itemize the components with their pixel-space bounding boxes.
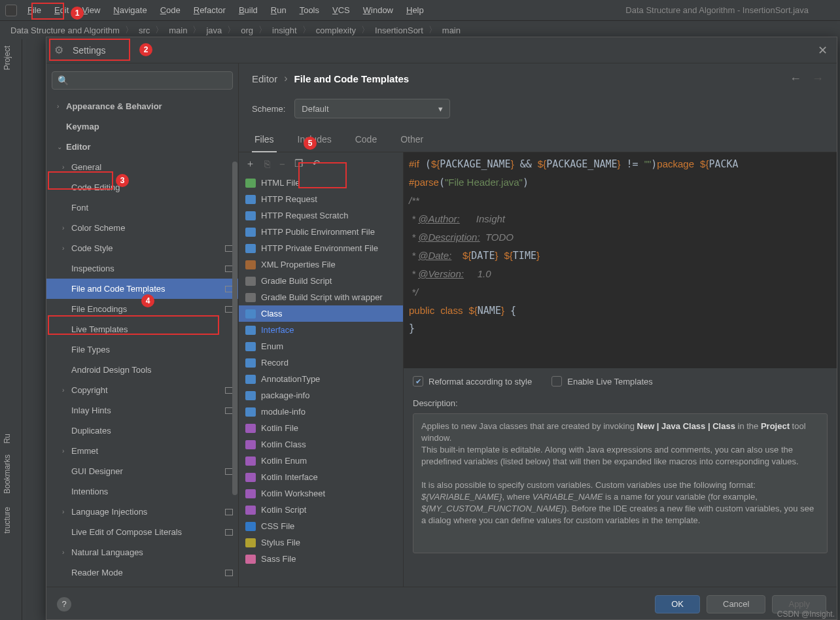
menu-navigate[interactable]: Navigate [107, 3, 153, 18]
template-http-request-scratch[interactable]: HTTP Request Scratch [239, 207, 403, 224]
tree-reader-mode[interactable]: Reader Mode [46, 562, 238, 583]
sidebar-run[interactable]: Ru [0, 430, 14, 447]
breadcrumb-item[interactable]: insight [272, 26, 297, 35]
breadcrumb-item[interactable]: main [169, 26, 187, 35]
file-icon [245, 228, 256, 237]
template-module-info[interactable]: module-info [239, 404, 403, 420]
tree-live-edit-of-compose-literals[interactable]: Live Edit of Compose Literals [46, 522, 238, 542]
close-icon[interactable]: ✕ [816, 43, 829, 58]
search-input[interactable] [73, 76, 227, 86]
file-icon [245, 326, 256, 335]
template-gradle-build-script-with-wrapper[interactable]: Gradle Build Script with wrapper [239, 289, 403, 305]
breadcrumb-item[interactable]: main [442, 26, 461, 35]
template-gradle-build-script[interactable]: Gradle Build Script [239, 273, 403, 289]
template-css-file[interactable]: CSS File [239, 518, 403, 534]
template-kotlin-class[interactable]: Kotlin Class [239, 436, 403, 453]
tree-keymap[interactable]: Keymap [46, 116, 238, 137]
annotation-dot-3: 3 [116, 174, 129, 187]
tab-files[interactable]: Files [252, 128, 277, 152]
tree-font[interactable]: Font [46, 198, 238, 218]
template-record[interactable]: Record [239, 354, 403, 371]
tree-general[interactable]: ›General [46, 157, 238, 177]
sidebar-structure[interactable]: tructure [0, 500, 14, 540]
help-icon[interactable]: ? [57, 597, 71, 611]
menu-vcs[interactable]: VCS [326, 3, 357, 18]
nav-back-icon[interactable]: ← [790, 72, 801, 86]
copy-template-icon: ⎘ [264, 158, 270, 169]
nav-forward-icon[interactable]: → [812, 72, 824, 86]
tree-appearance-behavior[interactable]: ›Appearance & Behavior [46, 96, 238, 116]
tree-color-scheme[interactable]: ›Color Scheme [46, 218, 238, 238]
menu-help[interactable]: Help [400, 3, 430, 18]
menu-refactor[interactable]: Refactor [187, 3, 232, 18]
template-interface[interactable]: Interface [239, 322, 403, 338]
ok-button[interactable]: OK [655, 595, 700, 613]
sidebar-bookmarks[interactable]: Bookmarks [0, 448, 14, 500]
tree-inlay-hints[interactable]: Inlay Hints [46, 400, 238, 421]
sidebar-project[interactable]: Project [0, 39, 14, 77]
tree-inspections[interactable]: Inspections [46, 258, 238, 279]
scheme-select[interactable]: Default ▾ [294, 99, 450, 118]
search-icon: 🔍 [58, 75, 69, 86]
template-kotlin-script[interactable]: Kotlin Script [239, 502, 403, 518]
template-annotationtype[interactable]: AnnotationType [239, 371, 403, 387]
menu-tools[interactable]: Tools [293, 3, 326, 18]
template-xml-properties-file[interactable]: XML Properties File [239, 256, 403, 273]
template-sass-file[interactable]: Sass File [239, 551, 403, 567]
tree-live-templates[interactable]: Live Templates [46, 319, 238, 339]
template-enum[interactable]: Enum [239, 338, 403, 354]
template-http-public-environment-file[interactable]: HTTP Public Environment File [239, 224, 403, 240]
dialog-title: Settings [73, 45, 106, 56]
tree-code-editing[interactable]: Code Editing [46, 177, 238, 198]
tree-android-design-tools[interactable]: Android Design Tools [46, 360, 238, 380]
reformat-checkbox[interactable]: ✔ Reformat according to style [413, 376, 532, 387]
tree-duplicates[interactable]: Duplicates [46, 421, 238, 441]
tree-editor[interactable]: ⌄Editor [46, 137, 238, 157]
copy-icon[interactable]: ❐ [294, 158, 303, 169]
template-kotlin-worksheet[interactable]: Kotlin Worksheet [239, 485, 403, 502]
tree-gui-designer[interactable]: GUI Designer [46, 461, 238, 481]
tree-intentions[interactable]: Intentions [46, 481, 238, 502]
tree-file-types[interactable]: File Types [46, 339, 238, 360]
menu-window[interactable]: Window [357, 3, 400, 18]
template-stylus-file[interactable]: Stylus File [239, 534, 403, 551]
breadcrumb-item[interactable]: InsertionSort [375, 26, 423, 35]
menu-code[interactable]: Code [154, 3, 187, 18]
undo-icon[interactable]: ↶ [312, 158, 321, 169]
breadcrumb-item[interactable]: src [139, 26, 150, 35]
add-icon[interactable]: ＋ [245, 158, 255, 170]
template-kotlin-file[interactable]: Kotlin File [239, 420, 403, 436]
tree-emmet[interactable]: ›Emmet [46, 441, 238, 461]
template-kotlin-enum[interactable]: Kotlin Enum [239, 453, 403, 469]
template-http-private-environment-file[interactable]: HTTP Private Environment File [239, 240, 403, 256]
cancel-button[interactable]: Cancel [707, 595, 765, 613]
tree-language-injections[interactable]: ›Language Injections [46, 502, 238, 522]
breadcrumb-item[interactable]: complexity [316, 26, 356, 35]
annotation-dot-1: 1 [71, 7, 84, 20]
menu-run[interactable]: Run [264, 3, 293, 18]
template-html-file[interactable]: HTML File [239, 175, 403, 191]
live-templates-checkbox[interactable]: Enable Live Templates [551, 376, 653, 387]
code-editor[interactable]: #if (${PACKAGE_NAME} && ${PACKAGE_NAME} … [404, 152, 837, 368]
template-class[interactable]: Class [239, 305, 403, 322]
tree-natural-languages[interactable]: ›Natural Languages [46, 542, 238, 562]
scrollbar-thumb[interactable] [232, 162, 237, 495]
tab-other[interactable]: Other [398, 128, 426, 152]
crumb-parent[interactable]: Editor [252, 73, 277, 84]
scheme-value: Default [302, 104, 328, 114]
template-http-request[interactable]: HTTP Request [239, 191, 403, 207]
breadcrumb-item[interactable]: org [241, 26, 253, 35]
menu-file[interactable]: File [21, 3, 48, 18]
breadcrumb-item[interactable]: Data Structure and Algorithm [10, 26, 120, 35]
breadcrumb-item[interactable]: java [206, 26, 222, 35]
template-package-info[interactable]: package-info [239, 387, 403, 404]
tree-file-and-code-templates[interactable]: File and Code Templates [46, 279, 238, 299]
template-kotlin-interface[interactable]: Kotlin Interface [239, 469, 403, 485]
tab-code[interactable]: Code [353, 128, 379, 152]
menu-build[interactable]: Build [232, 3, 264, 18]
tree-copyright[interactable]: ›Copyright [46, 380, 238, 400]
file-icon [245, 440, 256, 449]
file-icon [245, 473, 256, 482]
settings-search[interactable]: 🔍 [52, 71, 233, 90]
tree-code-style[interactable]: ›Code Style [46, 238, 238, 258]
